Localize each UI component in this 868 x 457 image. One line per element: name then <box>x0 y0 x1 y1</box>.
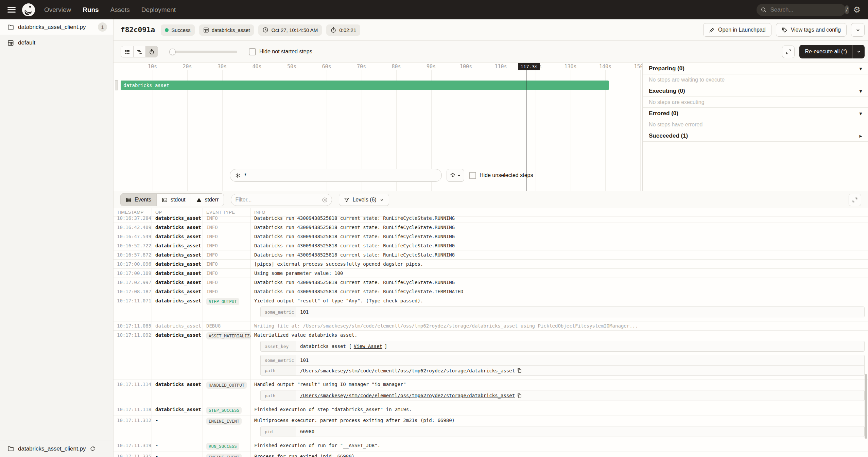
checkbox-icon[interactable] <box>469 172 476 179</box>
log-timestamp: 10:17:11.085 <box>114 321 152 330</box>
view-tags-config-button[interactable]: View tags and config <box>776 23 847 37</box>
log-op: databricks_asset <box>152 287 203 296</box>
log-row[interactable]: 10:16:47.549databricks_assetINFODatabric… <box>114 232 868 241</box>
run-target-tag[interactable]: databricks_asset <box>199 24 254 36</box>
metadata-value: /Users/smackesey/stm/code/elementl/oss/t… <box>296 367 526 375</box>
slider-knob[interactable] <box>169 49 176 55</box>
hide-not-started-checkbox[interactable]: Hide not started steps <box>249 48 312 55</box>
log-row[interactable]: 10:17:11.118databricks_assetSTEP_SUCCESS… <box>114 405 868 416</box>
nav-item-assets[interactable]: Assets <box>110 6 130 14</box>
metadata-link[interactable]: View Asset <box>354 344 382 349</box>
tab-stdout[interactable]: stdout <box>156 194 191 206</box>
gantt-fullscreen-button[interactable] <box>782 46 795 58</box>
copy-icon[interactable] <box>517 393 522 398</box>
log-filter[interactable] <box>231 194 332 206</box>
nav-item-deployment[interactable]: Deployment <box>141 6 176 14</box>
nav-item-overview[interactable]: Overview <box>44 6 71 14</box>
tab-stderr[interactable]: stderr <box>191 194 224 206</box>
pencil-icon <box>709 27 715 33</box>
tab-label: stderr <box>205 197 219 203</box>
status-section-header[interactable]: Errored (0)▾ <box>643 108 868 119</box>
sidebar-item-default[interactable]: default <box>0 35 113 51</box>
log-filter-input[interactable] <box>235 197 322 203</box>
log-row[interactable]: 10:17:11.114databricks_assetHANDLED_OUTP… <box>114 380 868 405</box>
metadata-row: some_metric101 <box>261 307 864 317</box>
refresh-icon[interactable] <box>90 446 96 452</box>
sidebar-footer-repo[interactable]: databricks_asset_client.py <box>0 440 113 457</box>
log-row[interactable]: 10:17:00.109databricks_assetINFOUsing so… <box>114 269 868 278</box>
log-info: Process for run exited (pid: 66980). <box>251 452 868 457</box>
step-selector-input[interactable] <box>244 172 437 179</box>
gantt-tick-label: 90s <box>424 64 439 70</box>
gantt-zoom-slider[interactable] <box>170 49 237 55</box>
log-row[interactable]: 10:17:00.096databricks_assetINFO[pipes] … <box>114 260 868 269</box>
gantt-step-bar[interactable]: databricks_asset <box>121 81 609 90</box>
hamburger-menu-icon[interactable] <box>7 7 16 13</box>
metadata-key: pid <box>261 426 296 437</box>
gantt-resize-handle[interactable] <box>115 80 118 90</box>
log-row[interactable]: 10:16:37.284databricks_assetINFODatabric… <box>114 216 868 223</box>
metadata-table: asset_keydatabricks_asset [View Asset] <box>260 341 865 352</box>
log-info: Multiprocess executor: parent process ex… <box>251 416 868 441</box>
search-input[interactable] <box>770 6 845 13</box>
log-row[interactable]: 10:17:08.187databricks_assetINFODatabric… <box>114 287 868 296</box>
table-icon <box>126 197 132 203</box>
log-row[interactable]: 10:16:57.872databricks_assetINFODatabric… <box>114 250 868 260</box>
clear-filter-icon[interactable] <box>322 197 328 203</box>
flat-view-button[interactable] <box>121 46 133 57</box>
log-timestamp: 10:17:00.109 <box>114 269 152 278</box>
log-row[interactable]: 10:17:11.335-ENGINE_EVENTProcess for run… <box>114 452 868 457</box>
log-row[interactable]: 10:17:11.312-ENGINE_EVENTMultiprocess ex… <box>114 416 868 441</box>
search-icon <box>761 7 767 13</box>
metadata-link[interactable]: /Users/smackesey/stm/code/elementl/oss/t… <box>300 393 515 398</box>
log-message: Databricks run 43009438525818 current st… <box>254 216 865 221</box>
search-shortcut-key: / <box>845 5 848 14</box>
chevron-down-icon <box>856 49 861 54</box>
waterfall-view-button[interactable] <box>133 46 145 57</box>
op-selector-icon <box>235 173 241 178</box>
hide-unselected-checkbox[interactable]: Hide unselected steps <box>469 172 533 179</box>
log-event-type: INFO <box>203 260 251 268</box>
open-in-launchpad-button[interactable]: Open in Launchpad <box>703 23 771 37</box>
log-op: databricks_asset <box>152 269 203 278</box>
settings-gear-icon[interactable]: ⚙ <box>853 6 861 14</box>
dagster-logo-icon[interactable] <box>22 3 35 17</box>
log-row[interactable]: 10:17:11.092databricks_assetASSET_MATERI… <box>114 331 868 380</box>
tab-Events[interactable]: Events <box>121 194 156 206</box>
asset-grid-icon <box>203 27 209 33</box>
log-op: - <box>152 441 203 452</box>
log-table: TIMESTAMPOPEVENT TYPEINFO 10:16:37.284da… <box>114 208 868 457</box>
log-info: Databricks run 43009438525818 current st… <box>251 287 868 296</box>
log-message: Databricks run 43009438525818 current st… <box>254 243 865 248</box>
log-row[interactable]: 10:16:42.409databricks_assetINFODatabric… <box>114 223 868 232</box>
log-row[interactable]: 10:17:11.085databricks_assetDEBUGWriting… <box>114 321 868 331</box>
step-selector[interactable] <box>230 169 442 182</box>
sidebar-item-databricks-asset-client-py[interactable]: databricks_asset_client.py1 <box>0 19 113 35</box>
nav-item-runs[interactable]: Runs <box>83 6 99 14</box>
log-row[interactable]: 10:16:52.722databricks_assetINFODatabric… <box>114 241 868 250</box>
checkbox-icon[interactable] <box>249 48 256 55</box>
metadata-link[interactable]: /Users/smackesey/stm/code/elementl/oss/t… <box>300 368 515 373</box>
sidebar-item-label: databricks_asset_client.py <box>18 24 94 31</box>
graph-query-toggle-button[interactable] <box>447 169 464 182</box>
log-row[interactable]: 10:17:11.319-RUN_SUCCESSFinished executi… <box>114 441 868 452</box>
log-row[interactable]: 10:17:02.997databricks_assetINFODatabric… <box>114 278 868 287</box>
global-search[interactable]: / <box>757 4 846 16</box>
log-event-type: INFO <box>203 216 251 223</box>
log-op: - <box>152 416 203 441</box>
reexecute-dropdown-caret[interactable] <box>852 45 865 58</box>
timed-view-button[interactable] <box>145 46 158 57</box>
status-section-header[interactable]: Executing (0)▾ <box>643 85 868 97</box>
metadata-key: asset_key <box>261 341 296 351</box>
log-fullscreen-button[interactable] <box>849 194 861 206</box>
log-message: Databricks run 43009438525818 current st… <box>254 225 865 230</box>
status-section-header[interactable]: Succeeded (1)▸ <box>643 130 868 142</box>
log-message: Databricks run 43009438525818 current st… <box>254 234 865 239</box>
log-row[interactable]: 10:17:11.071databricks_assetSTEP_OUTPUTY… <box>114 296 868 321</box>
reexecute-all-button[interactable]: Re-execute all (*) <box>799 45 865 58</box>
log-scrollbar-thumb[interactable] <box>865 374 867 439</box>
run-more-actions-button[interactable] <box>851 23 865 37</box>
copy-icon[interactable] <box>517 368 522 373</box>
status-section-header[interactable]: Preparing (0)▾ <box>643 63 868 74</box>
levels-dropdown-button[interactable]: Levels (6) <box>339 194 389 206</box>
